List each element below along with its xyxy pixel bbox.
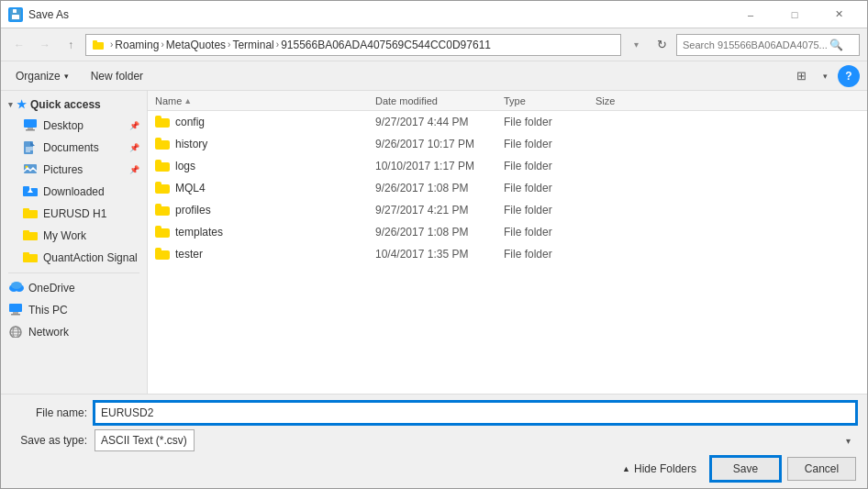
sidebar-network[interactable]: Network xyxy=(1,321,147,343)
sidebar-item-mywork[interactable]: My Work xyxy=(1,225,147,247)
filename-label: File name: xyxy=(12,406,95,419)
sidebar-item-pictures[interactable]: Pictures 📌 xyxy=(1,159,147,181)
sidebar-downloaded-label: Downloaded xyxy=(43,185,105,198)
file-row-name: config xyxy=(155,116,375,128)
thispc-icon xyxy=(8,303,23,317)
breadcrumb-terminal[interactable]: Terminal xyxy=(232,39,273,51)
table-row[interactable]: MQL4 9/26/2017 1:08 PM File folder xyxy=(148,177,867,199)
bottom-buttons: ▲ Hide Folders Save Cancel xyxy=(12,457,856,481)
svg-rect-4 xyxy=(93,40,97,43)
network-icon xyxy=(8,325,23,339)
file-rows-container: config 9/27/2017 4:44 PM File folder his… xyxy=(148,111,867,265)
hide-folders-toggle[interactable]: ▲ Hide Folders xyxy=(615,459,704,479)
col-date-header[interactable]: Date modified xyxy=(375,95,504,106)
pictures-pin-icon: 📌 xyxy=(129,165,139,174)
sidebar-onedrive-label: OneDrive xyxy=(28,282,75,295)
file-name-label: logs xyxy=(175,160,195,172)
filetype-row: Save as type: ASCII Text (*.csv) xyxy=(12,429,856,451)
col-size-header[interactable]: Size xyxy=(595,95,669,106)
bottom-panel: File name: Save as type: ASCII Text (*.c… xyxy=(1,394,867,488)
col-type-header[interactable]: Type xyxy=(504,95,595,106)
search-icon: 🔍 xyxy=(829,39,843,51)
table-row[interactable]: tester 10/4/2017 1:35 PM File folder xyxy=(148,243,867,265)
maximize-button[interactable]: □ xyxy=(773,1,816,28)
file-row-name: logs xyxy=(155,160,375,172)
minimize-button[interactable]: – xyxy=(729,1,772,28)
breadcrumb-separator-1: › xyxy=(110,39,113,50)
hide-folders-label: Hide Folders xyxy=(634,462,696,475)
sidebar-quick-access-header[interactable]: ▾ ★ Quick access xyxy=(1,94,147,115)
close-button[interactable]: ✕ xyxy=(818,1,860,28)
filename-row: File name: xyxy=(12,402,856,424)
file-row-date: 9/27/2017 4:21 PM xyxy=(375,204,504,217)
save-as-dialog: Save As – □ ✕ ← → ↑ › Roaming › MetaQuot… xyxy=(0,0,868,489)
col-type-label: Type xyxy=(504,95,526,106)
documents-icon xyxy=(23,140,38,155)
sidebar-mywork-label: My Work xyxy=(43,229,86,242)
back-button[interactable]: ← xyxy=(8,34,30,56)
refresh-button[interactable]: ↻ xyxy=(651,34,673,56)
file-row-name: history xyxy=(155,138,375,150)
desktop-icon xyxy=(23,118,38,133)
filetype-select[interactable]: ASCII Text (*.csv) xyxy=(95,429,195,451)
cancel-button[interactable]: Cancel xyxy=(787,457,856,481)
quick-access-arrow-icon: ▾ xyxy=(8,100,13,109)
view-icon: ⊞ xyxy=(796,69,807,83)
forward-button[interactable]: → xyxy=(34,34,56,56)
sidebar-item-quantaction[interactable]: QuantAction Signal xyxy=(1,247,147,269)
sidebar-item-downloaded[interactable]: Downloaded xyxy=(1,181,147,203)
breadcrumb-roaming[interactable]: Roaming xyxy=(115,39,159,51)
documents-pin-icon: 📌 xyxy=(129,143,139,152)
svg-rect-2 xyxy=(13,9,17,13)
filename-input[interactable] xyxy=(95,402,856,424)
help-button[interactable]: ? xyxy=(838,65,860,87)
search-input[interactable] xyxy=(683,39,829,50)
table-row[interactable]: logs 10/10/2017 1:17 PM File folder xyxy=(148,155,867,177)
titlebar-controls: – □ ✕ xyxy=(729,1,860,28)
col-size-label: Size xyxy=(595,95,615,106)
titlebar-title: Save As xyxy=(28,8,69,21)
svg-point-26 xyxy=(11,282,22,289)
sidebar-item-eurusd[interactable]: EURUSD H1 xyxy=(1,203,147,225)
folder-icon xyxy=(155,182,170,194)
file-row-type: File folder xyxy=(504,160,595,172)
svg-rect-21 xyxy=(23,230,29,233)
file-list: Name ▲ Date modified Type Size config xyxy=(148,91,867,394)
organize-button[interactable]: Organize ▾ xyxy=(8,65,76,87)
sidebar-quantaction-label: QuantAction Signal xyxy=(43,251,138,264)
breadcrumb-metaquotes[interactable]: MetaQuotes xyxy=(166,39,226,51)
file-row-type: File folder xyxy=(504,226,595,239)
file-row-type: File folder xyxy=(504,182,595,194)
sidebar-item-desktop[interactable]: Desktop 📌 xyxy=(1,115,147,137)
breadcrumb-hash[interactable]: 915566BA06ADA407569C544CC0D97611 xyxy=(281,39,491,51)
view-button[interactable]: ⊞ xyxy=(790,65,812,87)
new-folder-button[interactable]: New folder xyxy=(83,65,150,87)
nav-toolbar: ← → ↑ › Roaming › MetaQuotes › Terminal … xyxy=(1,28,867,61)
file-name-label: tester xyxy=(175,248,203,261)
titlebar-left: Save As xyxy=(8,7,69,22)
folder-icon xyxy=(155,226,170,238)
sidebar-thispc[interactable]: This PC xyxy=(1,299,147,321)
up-button[interactable]: ↑ xyxy=(60,34,82,56)
table-row[interactable]: config 9/27/2017 4:44 PM File folder xyxy=(148,111,867,133)
breadcrumb-dropdown-button[interactable]: ▾ xyxy=(625,34,647,56)
file-row-date: 9/26/2017 1:08 PM xyxy=(375,226,504,239)
file-row-date: 9/27/2017 4:44 PM xyxy=(375,116,504,128)
col-name-header[interactable]: Name ▲ xyxy=(155,95,375,106)
pictures-icon xyxy=(23,162,38,177)
table-row[interactable]: history 9/26/2017 10:17 PM File folder xyxy=(148,133,867,155)
sidebar-onedrive[interactable]: OneDrive xyxy=(1,277,147,299)
table-row[interactable]: templates 9/26/2017 1:08 PM File folder xyxy=(148,221,867,243)
view-dropdown-button[interactable]: ▾ xyxy=(814,65,836,87)
sidebar-item-documents[interactable]: Documents 📌 xyxy=(1,137,147,159)
table-row[interactable]: profiles 9/27/2017 4:21 PM File folder xyxy=(148,199,867,221)
sidebar-network-label: Network xyxy=(28,326,69,339)
sidebar-thispc-label: This PC xyxy=(28,304,68,317)
action-toolbar: Organize ▾ New folder ⊞ ▾ ? xyxy=(1,61,867,91)
file-row-date: 10/4/2017 1:35 PM xyxy=(375,248,504,261)
titlebar: Save As – □ ✕ xyxy=(1,1,867,28)
quick-access-star-icon: ★ xyxy=(17,98,27,111)
file-row-type: File folder xyxy=(504,116,595,128)
svg-rect-22 xyxy=(23,254,38,262)
save-button[interactable]: Save xyxy=(711,457,780,481)
